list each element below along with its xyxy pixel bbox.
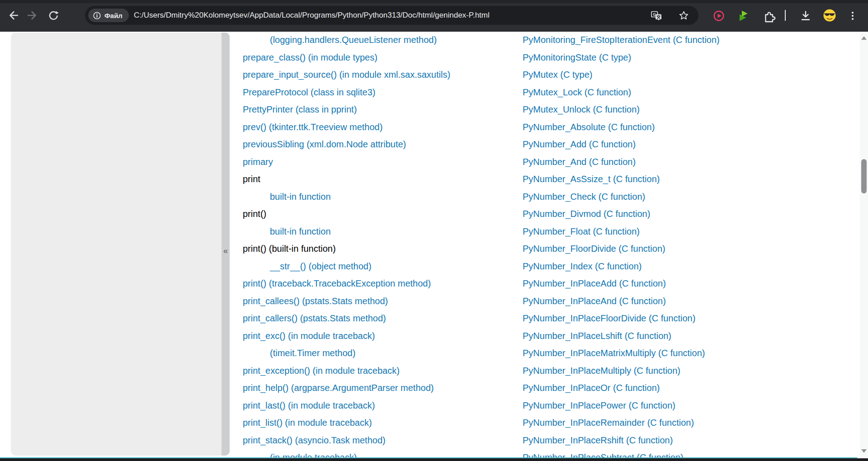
kebab-menu-icon (847, 10, 859, 22)
back-button[interactable] (5, 8, 21, 23)
index-link[interactable]: built-in function (270, 192, 331, 202)
index-entry-row: PyNumber_Check (C function) (523, 188, 857, 206)
address-bar[interactable]: Файл C:/Users/Dmitry%20Kolomeytsev/AppDa… (85, 6, 698, 25)
url-text[interactable]: C:/Users/Dmitry%20Kolomeytsev/AppData/Lo… (134, 6, 490, 25)
index-link[interactable]: (logging.handlers.QueueListener method) (270, 35, 437, 45)
index-entry-row: PyMutex_Lock (C function) (523, 84, 857, 101)
index-link[interactable]: PyMutex_Lock (C function) (523, 87, 631, 97)
index-link[interactable]: print_help() (argparse.ArgumentParser me… (243, 383, 434, 393)
index-entry-row: PyNumber_InPlaceAdd (C function) (523, 275, 857, 292)
index-link[interactable]: PyMutex (C type) (523, 70, 592, 80)
index-link[interactable]: PyNumber_Divmod (C function) (523, 209, 650, 219)
index-link[interactable]: PyNumber_InPlaceMultiply (C function) (523, 366, 680, 376)
browser-toolbar: Файл C:/Users/Dmitry%20Kolomeytsev/AppDa… (0, 0, 868, 32)
index-term: print (243, 174, 260, 184)
reload-icon (47, 9, 60, 22)
forward-button[interactable] (25, 8, 40, 23)
index-entry-row: PyNumber_InPlaceLshift (C function) (523, 327, 857, 345)
scroll-up-arrow[interactable] (860, 34, 868, 42)
index-entry-row: PyNumber_InPlaceFloorDivide (C function) (523, 310, 857, 327)
index-link[interactable]: PyNumber_InPlaceFloorDivide (C function) (523, 313, 695, 323)
index-link[interactable]: PyMonitoring_FireStopIterationEvent (C f… (523, 35, 720, 45)
index-link[interactable]: PyNumber_InPlaceAnd (C function) (523, 296, 666, 306)
index-link[interactable]: print_callees() (pstats.Stats method) (243, 296, 388, 306)
extension-green-button[interactable] (736, 9, 750, 23)
index-entry-row: print_list() (in module traceback) (243, 414, 519, 432)
extension-record-button[interactable] (712, 9, 726, 23)
index-entry-row: PrepareProtocol (class in sqlite3) (243, 84, 519, 101)
index-link[interactable]: PyNumber_InPlacePower (C function) (523, 400, 675, 410)
index-link[interactable]: (timeit.Timer method) (270, 348, 355, 358)
docs-sidebar-panel: « (11, 33, 230, 456)
bookmark-button[interactable] (678, 10, 689, 21)
index-entry-row: PyNumber_InPlaceRemainder (C function) (523, 414, 857, 432)
index-link[interactable]: __str__() (object method) (270, 261, 372, 271)
index-entry-row: print_help() (argparse.ArgumentParser me… (243, 379, 519, 397)
index-link[interactable]: PyNumber_InPlaceOr (C function) (523, 383, 660, 393)
index-link[interactable]: built-in function (270, 226, 331, 236)
browser-menu-button[interactable] (845, 9, 860, 23)
index-link[interactable]: print_list() (in module traceback) (243, 418, 372, 428)
index-link[interactable]: PyNumber_InPlaceRemainder (C function) (523, 418, 694, 428)
index-link[interactable]: PyNumber_AsSsize_t (C function) (523, 174, 660, 184)
sidebar-divider-strip[interactable]: « (222, 33, 230, 456)
index-entry-row: (logging.handlers.QueueListener method) (243, 32, 519, 49)
index-entry-row: PyMutex_Unlock (C function) (523, 101, 857, 118)
index-link[interactable]: PyNumber_InPlaceLshift (C function) (523, 331, 671, 341)
index-entry-row: built-in function (243, 223, 519, 240)
index-link[interactable]: PyNumber_Check (C function) (523, 192, 645, 202)
extensions-menu-button[interactable] (762, 9, 777, 23)
sidebar-collapse-button[interactable]: « (221, 245, 231, 257)
profile-avatar[interactable] (822, 8, 837, 23)
info-icon (93, 11, 101, 20)
downloads-button[interactable] (798, 9, 813, 23)
puzzle-icon (763, 9, 776, 23)
arrow-left-icon (7, 9, 19, 22)
index-link[interactable]: print_stack() (asyncio.Task method) (243, 435, 386, 445)
scrollbar-thumb[interactable] (861, 159, 867, 193)
index-link[interactable]: PyNumber_Add (C function) (523, 139, 636, 149)
index-term: print() (built-in function) (243, 244, 336, 254)
index-link[interactable]: PrepareProtocol (class in sqlite3) (243, 87, 375, 97)
page-viewport: « (logging.handlers.QueueListener method… (0, 32, 868, 461)
index-entry-row: PyNumber_Absolute (C function) (523, 118, 857, 136)
index-entry-row: print() (243, 205, 519, 223)
site-info-chip[interactable]: Файл (88, 9, 129, 22)
scroll-down-arrow[interactable] (860, 447, 868, 455)
index-link[interactable]: PyMutex_Unlock (C function) (523, 104, 640, 114)
index-link[interactable]: prepare_input_source() (in module xml.sa… (243, 70, 450, 80)
index-entry-row: PyNumber_Index (C function) (523, 258, 857, 275)
index-link[interactable]: PrettyPrinter (class in pprint) (243, 104, 357, 114)
index-entry-row: PyNumber_Divmod (C function) (523, 205, 857, 223)
translate-button[interactable]: G (651, 10, 662, 21)
page-scrollbar[interactable] (860, 32, 868, 458)
index-link[interactable]: print_exc() (in module traceback) (243, 331, 375, 341)
index-entry-row: PyMonitoringState (C type) (523, 49, 857, 66)
reload-button[interactable] (45, 8, 61, 23)
index-link[interactable]: PyNumber_InPlaceMatrixMultiply (C functi… (523, 348, 705, 358)
index-link[interactable]: PyNumber_InPlaceRshift (C function) (523, 435, 673, 445)
index-link[interactable]: print() (traceback.TracebackException me… (243, 278, 431, 288)
index-link[interactable]: PyMonitoringState (C type) (523, 52, 631, 62)
window-top-edge (0, 0, 868, 3)
index-entry-row: PyNumber_InPlaceMultiply (C function) (523, 362, 857, 380)
index-link[interactable]: prev() (tkinter.ttk.Treeview method) (243, 122, 382, 132)
index-entry-row: PyNumber_InPlacePower (C function) (523, 397, 857, 414)
index-link[interactable]: print_last() (in module traceback) (243, 400, 375, 410)
index-entry-row: print_exception() (in module traceback) (243, 362, 519, 380)
index-entry-row: print_stack() (asyncio.Task method) (243, 432, 519, 449)
file-scheme-label: Файл (104, 12, 123, 19)
index-link[interactable]: prepare_class() (in module types) (243, 52, 377, 62)
index-link[interactable]: PyNumber_And (C function) (523, 157, 636, 167)
index-link[interactable]: PyNumber_Index (C function) (523, 261, 642, 271)
index-link[interactable]: primary (243, 157, 273, 167)
toolbar-separator (785, 10, 786, 21)
index-link[interactable]: previousSibling (xml.dom.Node attribute) (243, 139, 406, 149)
index-link[interactable]: PyNumber_InPlaceAdd (C function) (523, 278, 666, 288)
index-link[interactable]: print_callers() (pstats.Stats method) (243, 313, 386, 323)
index-link[interactable]: PyNumber_FloorDivide (C function) (523, 244, 665, 254)
index-entry-row: previousSibling (xml.dom.Node attribute) (243, 136, 519, 153)
index-link[interactable]: PyNumber_Absolute (C function) (523, 122, 655, 132)
index-link[interactable]: print_exception() (in module traceback) (243, 366, 400, 376)
index-link[interactable]: PyNumber_Float (C function) (523, 226, 640, 236)
